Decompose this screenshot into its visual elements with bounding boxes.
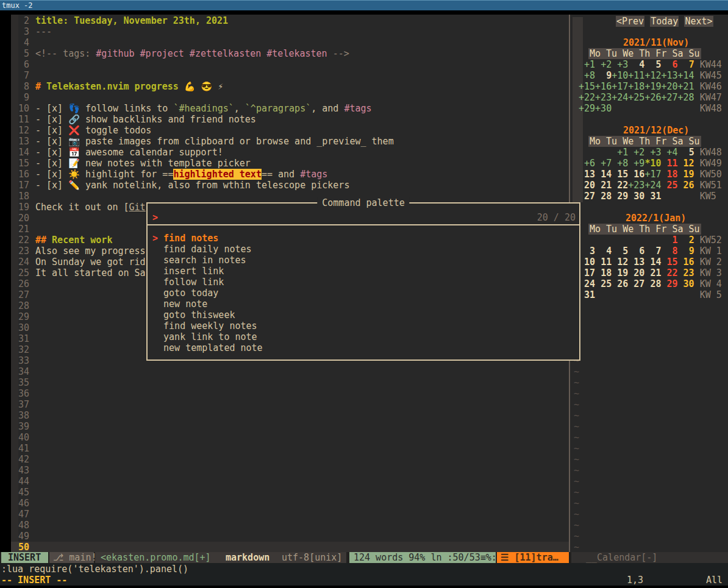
calendar-day[interactable]: +8 (612, 158, 628, 169)
calendar-next-button[interactable]: Next> (684, 16, 713, 27)
calendar-day[interactable]: +1 (612, 147, 628, 158)
calendar-day[interactable]: 24 (579, 278, 595, 289)
calendar-day[interactable]: +18 (628, 81, 644, 92)
calendar-day[interactable]: 31 (644, 191, 661, 202)
calendar-day[interactable]: 2 (678, 235, 694, 246)
palette-item[interactable]: search in notes (148, 255, 579, 266)
calendar-day[interactable]: 20 (579, 180, 595, 191)
calendar-day[interactable]: 22 (612, 180, 628, 191)
calendar-day[interactable]: +14 (678, 70, 694, 81)
calendar-day[interactable]: +9 (628, 158, 644, 169)
palette-item[interactable]: insert link (148, 266, 579, 277)
calendar-day[interactable]: 29 (661, 278, 677, 289)
palette-item[interactable]: find weekly notes (148, 321, 579, 331)
calendar-day[interactable]: +3 (644, 147, 661, 158)
editor-line[interactable]: 42 (11, 454, 569, 465)
calendar-day[interactable]: 19 (678, 169, 694, 180)
calendar-day[interactable]: *10 (644, 158, 661, 169)
calendar-day[interactable]: +11 (628, 70, 644, 81)
calendar-day[interactable]: +29 (579, 103, 595, 114)
calendar-day[interactable]: 18 (595, 267, 612, 278)
editor-line[interactable]: 38 (11, 410, 569, 421)
calendar-day[interactable]: +27 (661, 92, 677, 103)
calendar-pane[interactable]: <Prev Today Next> 2021/11(Nov)Mo Tu We T… (571, 15, 728, 552)
editor-line[interactable]: 36 (11, 388, 569, 399)
palette-item[interactable]: goto thisweek (148, 310, 579, 321)
calendar-day[interactable]: 10 (579, 257, 595, 267)
calendar-day[interactable]: 31 (579, 289, 595, 300)
editor-line[interactable]: 40 (11, 432, 569, 443)
editor-line[interactable]: 13- [x] 📷 paste images from clipboard or… (11, 136, 569, 147)
editor-line[interactable]: 16- [x] ☀️ highlight for ==highlighted t… (11, 169, 569, 180)
calendar-day[interactable]: 11 (661, 158, 677, 169)
editor-line[interactable]: 9 (11, 92, 569, 103)
calendar-day[interactable]: +4 (661, 147, 677, 158)
calendar-day[interactable]: 15 (612, 169, 628, 180)
calendar-day[interactable]: +23 (628, 180, 644, 191)
calendar-day[interactable]: 6 (661, 59, 677, 70)
calendar-day[interactable]: 22 (661, 267, 677, 278)
calendar-day[interactable]: 4 (595, 246, 612, 257)
editor-line[interactable]: 14- [x] 📅 awesome calendar support! (11, 147, 569, 158)
calendar-day[interactable]: 26 (612, 278, 628, 289)
editor-line[interactable]: 12- [x] ❌ toggle todos (11, 125, 569, 136)
calendar-prev-button[interactable]: <Prev (616, 16, 644, 27)
calendar-today-button[interactable]: Today (650, 16, 679, 27)
calendar-day[interactable]: +22 (579, 92, 595, 103)
palette-item[interactable]: new note (148, 299, 579, 310)
editor-line[interactable]: 37 (11, 399, 569, 410)
editor-line[interactable]: 45 (11, 487, 569, 498)
calendar-day[interactable]: +10 (612, 70, 628, 81)
calendar-day[interactable]: +26 (644, 92, 661, 103)
calendar-day[interactable]: +2 (595, 59, 612, 70)
editor-line[interactable]: 39 (11, 421, 569, 432)
calendar-day[interactable]: 27 (579, 191, 595, 202)
calendar-day[interactable]: 25 (595, 278, 612, 289)
palette-item[interactable]: goto today (148, 288, 579, 299)
calendar-day[interactable]: +28 (678, 92, 694, 103)
calendar-day[interactable]: 30 (628, 191, 644, 202)
calendar-day[interactable]: +8 (579, 70, 595, 81)
command-line[interactable]: :lua require('telekasten').panel() (1, 564, 188, 575)
editor-line[interactable]: 15- [x] 📝 new notes with template picker (11, 158, 569, 169)
palette-item[interactable]: yank link to note (148, 331, 579, 342)
calendar-day[interactable]: 7 (678, 59, 694, 70)
editor-line[interactable]: 46 (11, 498, 569, 509)
palette-item[interactable]: > find notes (148, 233, 579, 244)
command-palette[interactable]: Command palette >20 / 20 > find notes fi… (146, 202, 580, 361)
calendar-day[interactable]: 26 (678, 180, 694, 191)
calendar-day[interactable]: 5 (678, 147, 694, 158)
calendar-day[interactable]: 12 (678, 158, 694, 169)
calendar-day[interactable]: +2 (628, 147, 644, 158)
calendar-day[interactable]: 8 (661, 246, 677, 257)
editor-line[interactable]: 4 (11, 37, 569, 48)
palette-item[interactable]: new templated note (148, 342, 579, 353)
editor-line[interactable]: 7 (11, 70, 569, 81)
calendar-day[interactable]: +6 (579, 158, 595, 169)
calendar-day[interactable]: 20 (628, 267, 644, 278)
calendar-day[interactable]: +30 (595, 103, 612, 114)
calendar-day[interactable]: 18 (661, 169, 677, 180)
calendar-day[interactable]: +25 (628, 92, 644, 103)
editor-line[interactable]: 41 (11, 443, 569, 454)
calendar-day[interactable]: 28 (644, 278, 661, 289)
calendar-day[interactable]: +24 (612, 92, 628, 103)
editor-line[interactable]: 44 (11, 476, 569, 487)
calendar-day[interactable]: 25 (661, 180, 677, 191)
editor-line[interactable]: 17- [x] ✏️ yank notelink, also from wthi… (11, 180, 569, 191)
calendar-day[interactable]: 21 (595, 180, 612, 191)
calendar-day[interactable]: 14 (644, 257, 661, 267)
calendar-day[interactable]: 6 (628, 246, 644, 257)
calendar-day[interactable]: +13 (661, 70, 677, 81)
calendar-day[interactable]: +24 (644, 180, 661, 191)
palette-item[interactable]: follow link (148, 277, 579, 288)
editor-line[interactable]: 5<!-- tags: #github #project #zettelkast… (11, 48, 569, 59)
editor-line[interactable]: 18 (11, 191, 569, 202)
buffer-badge[interactable]: ☰ [11]tra… (497, 552, 569, 563)
calendar-day[interactable]: 11 (595, 257, 612, 267)
editor-line[interactable]: 43 (11, 465, 569, 476)
calendar-day[interactable]: 17 (579, 267, 595, 278)
editor-line[interactable]: 34 (11, 366, 569, 377)
calendar-day[interactable]: +21 (678, 81, 694, 92)
editor-line[interactable]: 48 (11, 520, 569, 531)
